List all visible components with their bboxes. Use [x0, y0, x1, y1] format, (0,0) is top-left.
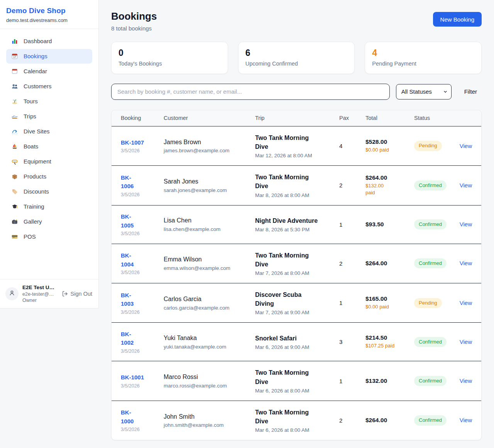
paid-amount: $0.00 paid [365, 303, 414, 310]
total-amount: $214.50 [365, 334, 414, 341]
customer-name: Marco Rossi [164, 373, 255, 381]
booking-id-link[interactable]: BK-1001 [121, 373, 164, 382]
sidebar-item-discounts[interactable]: Discounts [6, 184, 92, 199]
booking-date: 3/5/2026 [121, 349, 164, 354]
trip-name: Discover Scuba Diving [255, 290, 313, 308]
pax-cell: 4 [339, 143, 365, 149]
table-row: BK-1004 3/5/2026 Emma Wilson emma.wilson… [112, 244, 481, 283]
page-header: Bookings 8 total bookings New Booking [111, 11, 482, 32]
sidebar-item-trips[interactable]: Trips [6, 109, 92, 124]
sidebar-item-equipment[interactable]: Equipment [6, 154, 92, 169]
customer-name: Carlos Garcia [164, 295, 255, 303]
column-header-trip: Trip [255, 115, 339, 121]
status-select[interactable]: All Statuses [396, 84, 452, 99]
view-link[interactable]: View [460, 339, 472, 345]
total-cell: $93.50 [365, 221, 414, 228]
status-cell: Confirmed [414, 337, 459, 347]
trip-name: Two Tank Morning Dive [255, 251, 313, 269]
stat-card-todays-bookings: 0 Today's Bookings [111, 42, 228, 74]
status-badge: Confirmed [414, 376, 447, 386]
sidebar-item-pos[interactable]: POS [6, 229, 92, 244]
sign-out-label: Sign Out [71, 291, 92, 297]
view-link[interactable]: View [460, 182, 472, 189]
trip-name: Two Tank Morning Dive [255, 408, 313, 426]
status-badge: Confirmed [414, 337, 447, 347]
shop-name: Demo Dive Shop [6, 7, 92, 15]
search-input[interactable] [111, 84, 390, 100]
total-amount: $528.00 [365, 138, 414, 145]
sidebar-item-label: Calendar [24, 68, 47, 75]
customer-name: John Smith [164, 413, 255, 421]
calendar-date-icon: 17 [11, 53, 19, 60]
pax-cell: 3 [339, 339, 365, 345]
column-header-total: Total [365, 115, 414, 121]
total-cell: $264.00 [365, 260, 414, 267]
booking-id-link[interactable]: BK-1006 [121, 173, 138, 191]
booking-id-link[interactable]: BK-1005 [121, 212, 138, 230]
sidebar-item-training[interactable]: Training [6, 199, 92, 214]
booking-date: 3/5/2026 [121, 270, 164, 275]
booking-id-link[interactable]: BK-1007 [121, 138, 164, 147]
wave-icon [11, 128, 19, 135]
view-link[interactable]: View [460, 143, 472, 149]
booking-id-link[interactable]: BK-1002 [121, 330, 138, 347]
sidebar-item-calendar[interactable]: Calendar [6, 64, 92, 79]
booking-id-link[interactable]: BK-1004 [121, 251, 138, 269]
booking-date: 3/5/2026 [121, 192, 164, 197]
sign-out-button[interactable]: Sign Out [61, 291, 93, 297]
sign-out-icon [62, 291, 68, 297]
trip-name: Two Tank Morning Dive [255, 133, 313, 151]
sidebar-item-bookings[interactable]: 17 Bookings [6, 49, 92, 64]
sidebar-item-boats[interactable]: Boats [6, 139, 92, 154]
sidebar-item-tours[interactable]: Tours [6, 94, 92, 109]
sidebar-item-label: Products [24, 173, 46, 180]
column-header-pax: Pax [339, 115, 365, 121]
filter-row: All Statuses Filter [111, 84, 482, 100]
trip-name: Night Dive Adventure [255, 216, 339, 225]
stat-value: 6 [245, 48, 348, 59]
status-cell: Pending [414, 141, 459, 151]
actions-cell: View [459, 300, 472, 307]
sidebar-item-products[interactable]: Products [6, 169, 92, 184]
customer-name: Lisa Chen [164, 217, 255, 225]
trip-datetime: Mar 8, 2026 at 8:00 AM [255, 192, 339, 198]
pax-cell: 1 [339, 378, 365, 384]
booking-id-link[interactable]: BK-1000 [121, 408, 138, 426]
booking-id-link[interactable]: BK-1003 [121, 291, 138, 308]
booking-cell: BK-1004 3/5/2026 [121, 251, 164, 275]
status-badge: Confirmed [414, 219, 447, 229]
sidebar-item-dashboard[interactable]: Dashboard [6, 34, 92, 49]
customer-cell: Yuki Tanaka yuki.tanaka@example.com [164, 334, 255, 350]
brand-block: Demo Dive Shop demo.test.divestreams.com [0, 0, 98, 29]
status-badge: Confirmed [414, 415, 447, 425]
trip-name: Two Tank Morning Dive [255, 173, 313, 190]
booking-cell: BK-1007 3/5/2026 [121, 138, 164, 154]
trip-cell: Two Tank Morning Dive Mar 6, 2026 at 8:0… [255, 408, 339, 433]
booking-cell: BK-1002 3/5/2026 [121, 330, 164, 354]
view-link[interactable]: View [460, 377, 472, 384]
table-row: BK-1005 3/5/2026 Lisa Chen lisa.chen@exa… [112, 205, 481, 244]
main-content: Bookings 8 total bookings New Booking 0 … [99, 0, 494, 448]
customer-name: Emma Wilson [164, 256, 255, 264]
trip-cell: Snorkel Safari Mar 6, 2026 at 9:00 AM [255, 334, 339, 350]
view-link[interactable]: View [460, 417, 472, 423]
customer-cell: Carlos Garcia carlos.garcia@example.com [164, 295, 255, 311]
filter-button[interactable]: Filter [463, 88, 479, 95]
sidebar-item-dive-sites[interactable]: Dive Sites [6, 124, 92, 139]
sidebar-item-customers[interactable]: Customers [6, 79, 92, 94]
table-header-row: Booking Customer Trip Pax Total Status [112, 110, 481, 126]
actions-cell: View [459, 339, 472, 345]
sidebar-item-gallery[interactable]: Gallery [6, 214, 92, 229]
new-booking-button[interactable]: New Booking [433, 12, 482, 27]
view-link[interactable]: View [460, 300, 472, 306]
table-row: BK-1000 3/5/2026 John Smith john.smith@e… [112, 401, 481, 440]
paid-amount: $132.00 paid [365, 182, 389, 196]
view-link[interactable]: View [460, 260, 472, 266]
sidebar-footer: E2E Test U… e2e-tester@… Owner Sign Out [0, 279, 98, 308]
booking-date: 3/5/2026 [121, 383, 164, 389]
table-body: BK-1007 3/5/2026 James Brown james.brown… [112, 126, 481, 440]
trip-cell: Night Dive Adventure Mar 8, 2026 at 5:30… [255, 216, 339, 232]
view-link[interactable]: View [460, 221, 472, 227]
user-email: e2e-tester@… [22, 291, 54, 297]
status-cell: Confirmed [414, 219, 459, 229]
